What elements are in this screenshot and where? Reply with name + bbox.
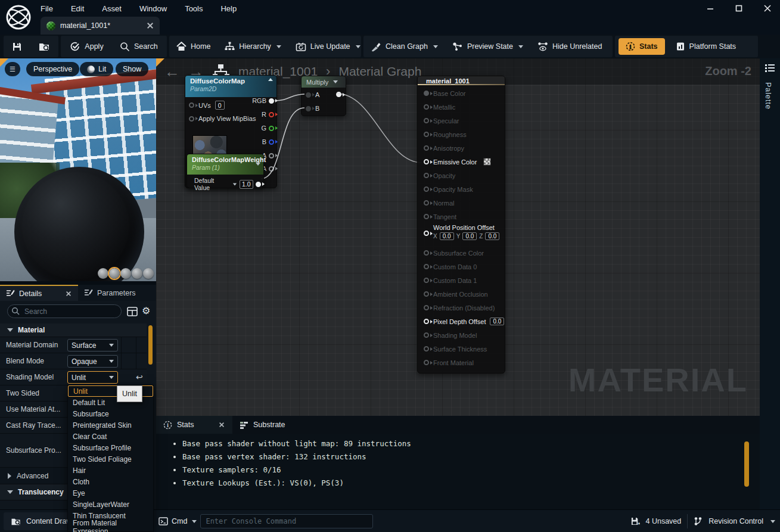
platform-stats-button[interactable]: Platform Stats xyxy=(669,36,744,57)
preview-viewport[interactable]: ☰ Perspective Lit Show Z Y X xyxy=(0,58,156,281)
menu-window[interactable]: Window xyxy=(139,4,167,13)
details-tab-close-icon[interactable] xyxy=(66,291,72,297)
apply-button[interactable]: Apply xyxy=(63,36,110,57)
pin-label: Emissive Color xyxy=(433,158,477,166)
maximize-button[interactable] xyxy=(732,2,745,15)
node-material-result[interactable]: material_1001 Base Color Metallic Specul… xyxy=(417,76,505,374)
menu-help[interactable]: Help xyxy=(220,4,237,13)
tab-stats[interactable]: i Stats xyxy=(156,416,232,434)
material-domain-select[interactable]: Surface xyxy=(67,339,118,351)
home-button[interactable]: Home xyxy=(169,36,217,57)
lit-mode-button[interactable]: Lit xyxy=(80,62,113,76)
result-pin-emissive-color[interactable]: Emissive Color xyxy=(418,155,505,169)
node-diffuse-color-map-weight[interactable]: DiffuseColorMapWeight Param (1) Default … xyxy=(187,154,264,188)
shape-custom-mesh-button[interactable] xyxy=(143,268,154,279)
result-pin-opacity-mask[interactable]: Opacity Mask xyxy=(418,182,505,196)
result-pin-front-material[interactable]: Front Material xyxy=(418,356,505,369)
stats-toggle-button[interactable]: i Stats xyxy=(619,38,665,55)
option-subsurface-profile[interactable]: Subsurface Profile xyxy=(68,442,153,453)
search-button[interactable]: Search xyxy=(113,36,165,57)
cmd-label[interactable]: Cmd xyxy=(172,517,187,525)
z-value-box[interactable]: 0.0 xyxy=(485,232,499,240)
tab-close-icon[interactable] xyxy=(147,22,154,29)
result-pin-normal[interactable]: Normal xyxy=(418,196,505,210)
menu-edit[interactable]: Edit xyxy=(71,4,84,13)
shape-sphere-button[interactable] xyxy=(109,268,120,279)
default-value-box[interactable]: 1.0 xyxy=(240,180,254,189)
revision-control-button[interactable]: Revision Control xyxy=(708,517,763,525)
unsaved-count-button[interactable]: 4 Unsaved xyxy=(646,517,682,525)
option-clear-coat[interactable]: Clear Coat xyxy=(68,431,153,442)
result-pin-tangent[interactable]: Tangent xyxy=(418,210,505,223)
result-pin-custom-data-1[interactable]: Custom Data 1 xyxy=(418,273,505,287)
option-cloth[interactable]: Cloth xyxy=(68,476,153,487)
result-pin-pixel-depth-offset[interactable]: Pixel Depth Offset0.0 xyxy=(418,315,505,328)
result-pin-surface-thickness[interactable]: Surface Thickness xyxy=(418,342,505,356)
chevron-down-icon[interactable] xyxy=(770,520,775,523)
pdo-value-box[interactable]: 0.0 xyxy=(490,318,504,325)
tab-parameters[interactable]: Parameters xyxy=(78,285,156,301)
output-pin-value[interactable] xyxy=(256,182,261,187)
console-command-input[interactable] xyxy=(200,514,373,528)
live-update-button[interactable]: Live Update xyxy=(288,36,368,57)
result-pin-refraction[interactable]: Refraction (Disabled) xyxy=(418,301,505,315)
x-value-box[interactable]: 0.0 xyxy=(440,232,454,240)
preview-state-button[interactable]: Preview State xyxy=(445,36,530,57)
close-button[interactable] xyxy=(761,2,774,15)
details-settings-gear-icon[interactable]: ⚙ xyxy=(142,305,150,316)
x-axis-label: X xyxy=(433,233,437,239)
browse-to-asset-button[interactable] xyxy=(35,36,54,57)
option-eye[interactable]: Eye xyxy=(68,487,153,499)
result-pin-anisotropy[interactable]: Anisotropy xyxy=(418,141,505,155)
option-hair[interactable]: Hair xyxy=(68,465,153,476)
details-scrollbar[interactable] xyxy=(148,325,153,365)
y-value-box[interactable]: 0.0 xyxy=(462,232,477,240)
clean-graph-button[interactable]: Clean Graph xyxy=(363,36,445,57)
shape-cube-button[interactable] xyxy=(132,268,142,279)
reset-to-default-icon[interactable]: ↩ xyxy=(136,372,143,382)
menu-file[interactable]: File xyxy=(41,4,53,13)
blend-mode-select[interactable]: Opaque xyxy=(67,355,118,368)
material-graph-canvas[interactable]: ← → material_1001 › Material Graph Zoom … xyxy=(156,58,760,416)
hide-unrelated-button[interactable]: Hide Unrelated xyxy=(530,36,609,57)
result-pin-opacity[interactable]: Opacity xyxy=(418,169,505,182)
shape-cylinder-button[interactable] xyxy=(98,268,108,279)
show-button[interactable]: Show xyxy=(116,62,148,76)
blend-mode-value: Opaque xyxy=(72,357,97,366)
menu-tools[interactable]: Tools xyxy=(185,4,203,13)
result-pin-metallic[interactable]: Metallic xyxy=(418,100,505,114)
display-grid-icon[interactable] xyxy=(127,306,138,317)
result-pin-base-color[interactable]: Base Color xyxy=(418,86,505,100)
tab-material-1001[interactable]: material_1001* xyxy=(41,17,160,35)
stats-tab-close-icon[interactable] xyxy=(219,422,225,428)
result-pin-custom-data-0[interactable]: Custom Data 0 xyxy=(418,260,505,273)
result-pin-shading-model[interactable]: Shading Model xyxy=(418,328,505,342)
menu-asset[interactable]: Asset xyxy=(102,4,122,13)
option-single-layer-water[interactable]: SingleLayerWater xyxy=(68,499,153,510)
shape-plane-button[interactable] xyxy=(120,268,131,279)
material-section-header[interactable]: Material xyxy=(0,323,147,337)
hierarchy-label: Hierarchy xyxy=(239,42,271,51)
palette-sidebar-tab[interactable]: Palette xyxy=(760,58,780,509)
node-title: material_1001 xyxy=(426,77,470,85)
option-from-material-expression[interactable]: From Material Expression xyxy=(68,521,153,532)
minimize-button[interactable] xyxy=(704,2,717,15)
option-two-sided-foliage[interactable]: Two Sided Foliage xyxy=(68,453,153,465)
collapse-down-icon[interactable] xyxy=(256,163,260,166)
result-pin-roughness[interactable]: Roughness xyxy=(418,127,505,141)
tab-details[interactable]: Details xyxy=(0,285,78,301)
option-preintegrated-skin[interactable]: Preintegrated Skin xyxy=(68,419,153,431)
result-pin-subsurface-color[interactable]: Subsurface Color xyxy=(418,246,505,260)
details-search-input[interactable] xyxy=(7,304,122,318)
chevron-down-icon[interactable] xyxy=(192,520,197,523)
stats-scrollbar[interactable] xyxy=(744,441,749,487)
option-subsurface[interactable]: Subsurface xyxy=(68,408,153,419)
perspective-button[interactable]: Perspective xyxy=(26,62,79,76)
shading-model-select[interactable]: Unlit xyxy=(67,371,118,384)
result-pin-world-position-offset[interactable]: World Position Offset X0.0 Y0.0 Z0.0 xyxy=(418,223,505,246)
tab-substrate[interactable]: Substrate xyxy=(232,416,293,434)
save-button[interactable] xyxy=(8,36,26,57)
hierarchy-button[interactable]: Hierarchy xyxy=(217,36,288,57)
result-pin-specular[interactable]: Specular xyxy=(418,114,505,127)
result-pin-ambient-occlusion[interactable]: Ambient Occlusion xyxy=(418,287,505,301)
